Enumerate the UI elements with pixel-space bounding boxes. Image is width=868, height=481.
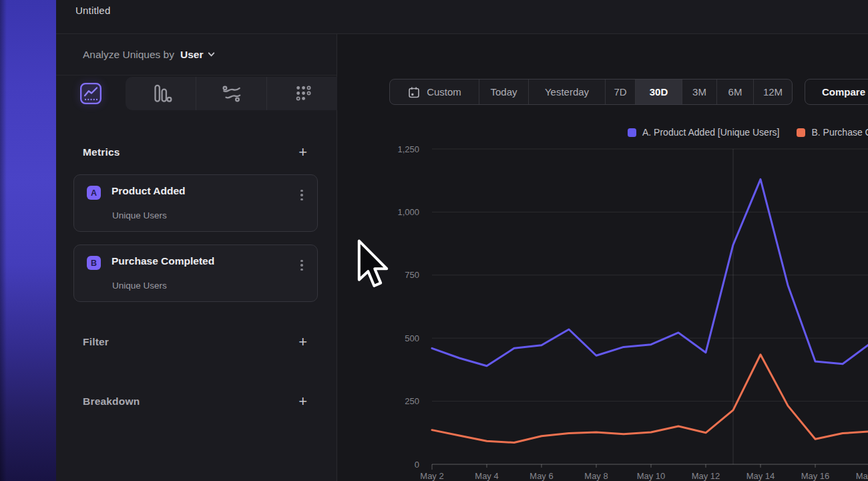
range-label: Custom: [427, 86, 461, 98]
add-filter-button[interactable]: +: [298, 335, 307, 349]
legend-swatch-a: [628, 128, 636, 137]
svg-text:May 10: May 10: [637, 471, 666, 481]
date-range-segmented-control: Custom Today Yesterday 7D 30D 3M 6M 12M: [389, 79, 793, 105]
analyze-by-row: Analyze Uniques by User: [56, 34, 337, 75]
breakdown-section: Breakdown +: [56, 389, 337, 414]
screen: Untitled Analyze Uniques by User: [0, 0, 868, 481]
line-chart-icon: [79, 82, 103, 106]
svg-text:May 6: May 6: [529, 471, 553, 481]
range-30d-selected[interactable]: 30D: [635, 79, 682, 104]
analyze-by-label: Analyze Uniques by: [83, 49, 174, 61]
analyze-by-dropdown[interactable]: User: [180, 49, 216, 61]
range-label: 6M: [728, 86, 742, 98]
metric-name: Purchase Completed: [112, 255, 214, 267]
metric-badge-a: A: [87, 186, 101, 200]
range-label: Today: [490, 86, 517, 98]
legend-item-a[interactable]: A. Product Added [Unique Users]: [628, 127, 779, 138]
add-breakdown-button[interactable]: +: [298, 394, 307, 409]
analyze-by-value: User: [180, 49, 203, 61]
filter-section: Filter +: [56, 330, 337, 354]
range-label: 3M: [692, 86, 706, 98]
svg-text:May 14: May 14: [746, 471, 775, 481]
svg-text:750: 750: [405, 270, 419, 280]
svg-text:May 8: May 8: [584, 471, 608, 481]
metrics-header: Metrics +: [56, 140, 337, 164]
metric-subtitle[interactable]: Unique Users: [112, 281, 167, 291]
desktop-wallpaper: [0, 0, 56, 481]
svg-text:1,250: 1,250: [397, 144, 419, 154]
query-sidebar: Analyze Uniques by User: [56, 34, 337, 481]
filter-label: Filter: [83, 336, 109, 348]
range-yesterday[interactable]: Yesterday: [528, 79, 605, 104]
chart-legend: A. Product Added [Unique Users] B. Purch…: [628, 127, 868, 138]
compare-button[interactable]: Compare: [805, 79, 868, 105]
report-title[interactable]: Untitled: [75, 5, 110, 16]
app-window: Untitled Analyze Uniques by User: [56, 0, 868, 481]
svg-text:1,000: 1,000: [397, 207, 419, 217]
range-label: 12M: [763, 86, 783, 98]
metric-card-a[interactable]: A Product Added Unique Users: [73, 174, 318, 232]
bar-chart-icon: [149, 82, 173, 106]
kebab-menu-icon[interactable]: [296, 258, 308, 273]
svg-text:May 4: May 4: [475, 471, 498, 481]
range-label: 30D: [650, 86, 668, 98]
tab-bar-chart[interactable]: [126, 77, 196, 110]
metric-name: Product Added: [112, 185, 186, 197]
add-metric-button[interactable]: +: [298, 145, 307, 160]
range-3m[interactable]: 3M: [682, 79, 716, 104]
tab-line-chart[interactable]: [56, 77, 126, 110]
chart-panel: 02505007501,0001,250May 2May 4May 6May 8…: [337, 34, 868, 481]
metric-badge-b: B: [87, 256, 101, 270]
legend-item-b[interactable]: B. Purchase Completed [Unique Users]: [797, 127, 868, 138]
svg-text:500: 500: [405, 333, 419, 343]
svg-text:May 18: May 18: [856, 471, 868, 481]
metrics-title: Metrics: [83, 146, 120, 158]
svg-text:May 12: May 12: [692, 471, 720, 481]
kebab-menu-icon[interactable]: [296, 188, 308, 202]
range-12m[interactable]: 12M: [753, 79, 792, 104]
legend-label: B. Purchase Completed [Unique Users]: [811, 127, 868, 138]
tab-grid-dots[interactable]: [266, 77, 337, 110]
range-label: Yesterday: [545, 86, 589, 98]
chart-type-tabs: [56, 75, 337, 112]
svg-text:250: 250: [405, 396, 419, 406]
grid-dots-icon: [290, 82, 314, 106]
range-label: 7D: [614, 86, 626, 98]
breakdown-label: Breakdown: [83, 395, 140, 408]
tab-flows[interactable]: [196, 77, 266, 110]
svg-text:0: 0: [415, 460, 419, 470]
range-7d[interactable]: 7D: [605, 79, 635, 104]
chart-type-tab-group: [126, 77, 337, 110]
range-custom[interactable]: Custom: [390, 79, 479, 104]
svg-text:May 2: May 2: [420, 471, 443, 481]
titlebar: Untitled: [56, 0, 868, 34]
metric-subtitle[interactable]: Unique Users: [112, 210, 167, 220]
range-6m[interactable]: 6M: [716, 79, 753, 104]
compare-label: Compare: [822, 86, 865, 98]
range-today[interactable]: Today: [479, 79, 528, 104]
svg-text:May 16: May 16: [801, 471, 830, 481]
metric-card-b[interactable]: B Purchase Completed Unique Users: [73, 245, 318, 302]
chevron-down-icon: [207, 50, 216, 59]
legend-swatch-b: [797, 128, 805, 137]
calendar-icon: [407, 86, 421, 99]
legend-label: A. Product Added [Unique Users]: [642, 127, 779, 138]
flows-icon: [220, 82, 244, 106]
